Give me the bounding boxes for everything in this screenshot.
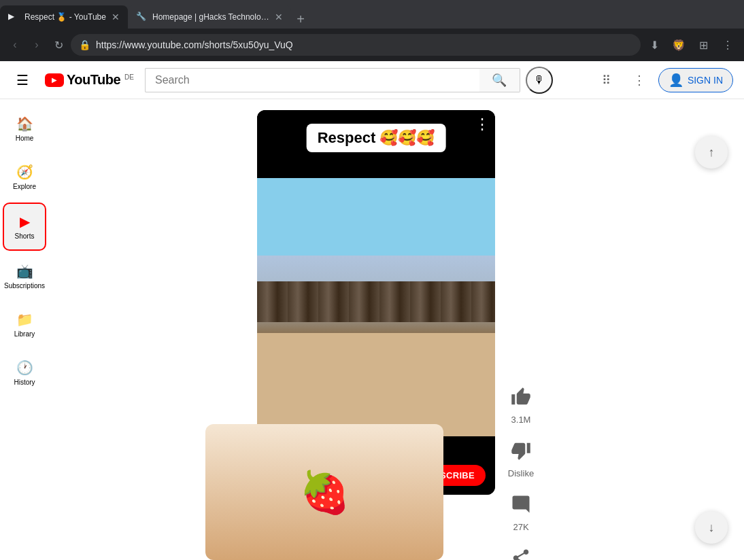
explore-label: Explore	[13, 183, 36, 190]
sidebar-item-library[interactable]: 📁 Library	[3, 302, 46, 347]
home-label: Home	[16, 135, 34, 142]
home-icon: 🏠	[16, 116, 33, 132]
sign-in-user-icon: 👤	[669, 73, 683, 88]
tab-youtube[interactable]: ▶ Respect 🏅 - YouTube ✕	[0, 5, 128, 29]
header-more-icon[interactable]: ⋮	[626, 67, 653, 94]
tab-ghacks[interactable]: 🔧 Homepage | gHacks Technology News ✕	[128, 5, 291, 29]
browser-toolbar: ‹ › ↻ 🔒 https://www.youtube.com/shorts/5…	[0, 29, 744, 61]
lock-icon: 🔒	[79, 39, 90, 50]
video-more-menu[interactable]: ⋮	[475, 116, 490, 133]
shorts-label: Shorts	[15, 232, 35, 240]
youtube-logo-icon	[45, 73, 64, 87]
sidebar-item-history[interactable]: 🕐 History	[3, 350, 46, 396]
like-count: 3.1M	[511, 415, 531, 425]
refresh-button[interactable]: ↻	[49, 35, 68, 54]
dislike-label: Dislike	[508, 468, 534, 478]
address-bar[interactable]: 🔒 https://www.youtube.com/shorts/5xu50yu…	[71, 34, 641, 56]
sidebar-item-explore[interactable]: 🧭 Explore	[3, 154, 46, 200]
youtube-header: ☰ YouTube DE 🔍 🎙 ⠿ ⋮ 👤 SIGN IN	[0, 61, 744, 99]
share-button[interactable]: Share	[506, 543, 536, 560]
comment-icon	[506, 489, 536, 519]
shorts-content[interactable]: ⋮ Respect 🥰🥰🥰	[49, 99, 744, 560]
youtube-app: ☰ YouTube DE 🔍 🎙 ⠿ ⋮ 👤 SIGN IN 🏠 Home	[0, 61, 744, 560]
back-button[interactable]: ‹	[5, 35, 24, 54]
sidebar-item-subscriptions[interactable]: 📺 Subscriptions	[3, 253, 46, 299]
hamburger-menu[interactable]: ☰	[11, 67, 34, 94]
search-button[interactable]: 🔍	[479, 68, 520, 92]
comment-count: 27K	[513, 522, 528, 532]
new-tab-button[interactable]: +	[291, 10, 310, 29]
dislike-icon	[506, 436, 536, 466]
youtube-sidebar: 🏠 Home 🧭 Explore ▶ Shorts 📺 Subscription…	[0, 99, 49, 560]
tab-close-youtube[interactable]: ✕	[112, 12, 120, 22]
download-icon[interactable]: ⬇	[643, 34, 665, 56]
sign-in-label: SIGN IN	[688, 75, 723, 86]
history-label: History	[14, 379, 35, 386]
voice-search-button[interactable]: 🎙	[526, 67, 553, 94]
like-icon	[506, 382, 536, 412]
like-button[interactable]: 3.1M	[506, 382, 536, 425]
video-title-overlay: Respect 🥰🥰🥰	[307, 124, 446, 152]
subscriptions-icon: 📺	[16, 263, 33, 279]
video-rocks	[257, 281, 495, 322]
scroll-up-button[interactable]: ↑	[695, 136, 728, 169]
dislike-button[interactable]: Dislike	[506, 436, 536, 478]
search-input[interactable]	[145, 68, 479, 92]
forward-button[interactable]: ›	[27, 35, 46, 54]
youtube-main: 🏠 Home 🧭 Explore ▶ Shorts 📺 Subscription…	[0, 99, 744, 560]
video-sand	[257, 333, 495, 436]
sign-in-button[interactable]: 👤 SIGN IN	[658, 68, 733, 92]
brave-shield-icon[interactable]: 🦁	[668, 34, 690, 56]
comment-button[interactable]: 27K	[506, 489, 536, 532]
action-sidebar: 3.1M Dislike 27K	[506, 110, 536, 560]
second-video-preview[interactable]: 🍓	[205, 424, 443, 560]
share-icon	[506, 543, 536, 560]
scroll-down-button[interactable]: ↓	[695, 511, 728, 544]
shorts-icon: ▶	[20, 213, 30, 230]
youtube-logo[interactable]: YouTube DE	[45, 72, 134, 88]
video-top-area: Respect 🥰🥰🥰	[257, 110, 495, 178]
explore-icon: 🧭	[16, 164, 33, 180]
history-icon: 🕐	[16, 360, 33, 376]
youtube-logo-text: YouTube	[67, 72, 120, 88]
url-text: https://www.youtube.com/shorts/5xu50yu_V…	[96, 39, 632, 50]
sidebar-item-home[interactable]: 🏠 Home	[3, 106, 46, 152]
tab-favicon-ghacks: 🔧	[136, 12, 147, 22]
sidebar-item-shorts[interactable]: ▶ Shorts	[3, 203, 46, 251]
header-right: ⠿ ⋮ 👤 SIGN IN	[593, 67, 733, 94]
extensions-icon[interactable]: ⊞	[692, 34, 714, 56]
library-label: Library	[14, 330, 35, 338]
video-scene	[257, 178, 495, 436]
browser-menu-icon[interactable]: ⋮	[717, 34, 739, 56]
youtube-logo-lang: DE	[124, 73, 134, 81]
tab-title-youtube: Respect 🏅 - YouTube	[24, 12, 106, 22]
browser-tabs-bar: ▶ Respect 🏅 - YouTube ✕ 🔧 Homepage | gHa…	[0, 0, 744, 29]
tab-favicon-youtube: ▶	[8, 12, 19, 22]
subscriptions-label: Subscriptions	[4, 282, 45, 290]
library-icon: 📁	[16, 311, 33, 328]
tab-title-ghacks: Homepage | gHacks Technology News	[152, 12, 269, 22]
tab-close-ghacks[interactable]: ✕	[275, 12, 283, 22]
apps-grid-icon[interactable]: ⠿	[593, 67, 620, 94]
second-video-fruit-emoji: 🍓	[299, 468, 350, 517]
search-container: 🔍 🎙	[145, 67, 553, 94]
browser-chrome: ▶ Respect 🏅 - YouTube ✕ 🔧 Homepage | gHa…	[0, 0, 744, 61]
